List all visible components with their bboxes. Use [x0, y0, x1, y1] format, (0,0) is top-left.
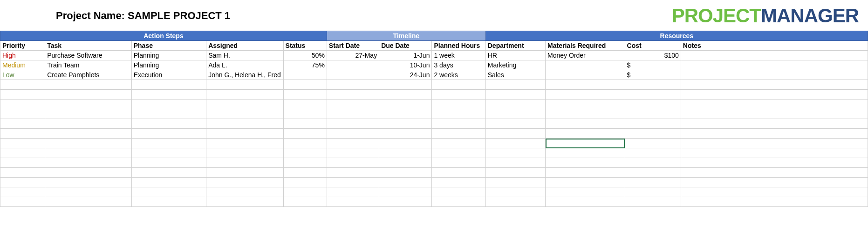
cell-task[interactable]: Train Team: [45, 60, 131, 70]
cell-empty[interactable]: [485, 178, 545, 187]
cell-empty[interactable]: [432, 197, 485, 207]
cell-empty[interactable]: [379, 129, 432, 139]
cell-empty[interactable]: [681, 148, 868, 158]
cell-empty[interactable]: [131, 187, 206, 197]
cell-empty[interactable]: [681, 197, 868, 207]
cell-empty[interactable]: [45, 129, 131, 139]
table-row[interactable]: [0, 100, 868, 109]
cell-empty[interactable]: [625, 139, 681, 148]
cell-empty[interactable]: [681, 168, 868, 178]
cell-empty[interactable]: [681, 109, 868, 119]
cell-empty[interactable]: [327, 129, 379, 139]
cell-empty[interactable]: [485, 119, 545, 129]
cell-empty[interactable]: [379, 168, 432, 178]
cell-status[interactable]: 75%: [283, 60, 327, 70]
cell-task[interactable]: Create Pamphlets: [45, 70, 131, 80]
cell-empty[interactable]: [283, 100, 327, 109]
cell-empty[interactable]: [131, 100, 206, 109]
cell-empty[interactable]: [327, 80, 379, 90]
cell-empty[interactable]: [45, 90, 131, 100]
cell-empty[interactable]: [546, 129, 625, 139]
cell-empty[interactable]: [546, 100, 625, 109]
col-task[interactable]: Task: [45, 41, 131, 51]
cell-empty[interactable]: [45, 80, 131, 90]
cell-empty[interactable]: [379, 109, 432, 119]
cell-cost[interactable]: $100: [625, 51, 681, 60]
cell-empty[interactable]: [283, 80, 327, 90]
cell-empty[interactable]: [206, 139, 283, 148]
cell-empty[interactable]: [283, 109, 327, 119]
cell-empty[interactable]: [546, 158, 625, 168]
cell-empty[interactable]: [432, 100, 485, 109]
cell-empty[interactable]: [485, 100, 545, 109]
cell-cost[interactable]: $: [625, 60, 681, 70]
cell-empty[interactable]: [432, 119, 485, 129]
cell-empty[interactable]: [546, 80, 625, 90]
cell-notes[interactable]: [681, 60, 868, 70]
cell-empty[interactable]: [0, 109, 45, 119]
cell-empty[interactable]: [0, 187, 45, 197]
cell-materials[interactable]: [546, 60, 625, 70]
cell-empty[interactable]: [206, 178, 283, 187]
cell-empty[interactable]: [485, 139, 545, 148]
cell-status[interactable]: 50%: [283, 51, 327, 60]
col-planned-hours[interactable]: Planned Hours: [432, 41, 485, 51]
cell-empty[interactable]: [485, 187, 545, 197]
cell-empty[interactable]: [131, 148, 206, 158]
cell-empty[interactable]: [546, 109, 625, 119]
cell-empty[interactable]: [131, 129, 206, 139]
col-cost[interactable]: Cost: [625, 41, 681, 51]
cell-empty[interactable]: [681, 139, 868, 148]
cell-empty[interactable]: [625, 129, 681, 139]
cell-empty[interactable]: [681, 100, 868, 109]
cell-empty[interactable]: [0, 148, 45, 158]
cell-empty[interactable]: [131, 178, 206, 187]
cell-empty[interactable]: [0, 168, 45, 178]
cell-empty[interactable]: [283, 178, 327, 187]
cell-planned_hours[interactable]: 1 week: [432, 51, 485, 60]
cell-empty[interactable]: [681, 119, 868, 129]
cell-task[interactable]: Purchase Software: [45, 51, 131, 60]
cell-department[interactable]: HR: [485, 51, 545, 60]
cell-phase[interactable]: Execution: [131, 70, 206, 80]
cell-empty[interactable]: [0, 80, 45, 90]
cell-empty[interactable]: [327, 109, 379, 119]
cell-empty[interactable]: [625, 119, 681, 129]
cell-empty[interactable]: [45, 139, 131, 148]
cell-due_date[interactable]: 1-Jun: [379, 51, 432, 60]
cell-empty[interactable]: [485, 168, 545, 178]
cell-empty[interactable]: [0, 139, 45, 148]
cell-empty[interactable]: [432, 80, 485, 90]
cell-department[interactable]: Sales: [485, 70, 545, 80]
cell-empty[interactable]: [432, 178, 485, 187]
table-row[interactable]: [0, 197, 868, 207]
cell-empty[interactable]: [45, 187, 131, 197]
cell-empty[interactable]: [131, 80, 206, 90]
cell-empty[interactable]: [546, 197, 625, 207]
cell-assigned[interactable]: Sam H.: [206, 51, 283, 60]
cell-empty[interactable]: [327, 139, 379, 148]
cell-empty[interactable]: [546, 178, 625, 187]
cell-empty[interactable]: [485, 109, 545, 119]
cell-due_date[interactable]: 10-Jun: [379, 60, 432, 70]
cell-empty[interactable]: [283, 168, 327, 178]
cell-empty[interactable]: [0, 100, 45, 109]
cell-empty[interactable]: [131, 109, 206, 119]
cell-empty[interactable]: [625, 178, 681, 187]
cell-empty[interactable]: [681, 90, 868, 100]
cell-empty[interactable]: [283, 158, 327, 168]
cell-phase[interactable]: Planning: [131, 51, 206, 60]
cell-empty[interactable]: [327, 178, 379, 187]
cell-empty[interactable]: [45, 158, 131, 168]
cell-priority[interactable]: High: [0, 51, 45, 60]
cell-empty[interactable]: [45, 197, 131, 207]
cell-empty[interactable]: [131, 197, 206, 207]
cell-empty[interactable]: [45, 178, 131, 187]
cell-empty[interactable]: [432, 90, 485, 100]
cell-empty[interactable]: [327, 197, 379, 207]
cell-empty[interactable]: [546, 90, 625, 100]
cell-empty[interactable]: [485, 90, 545, 100]
cell-start_date[interactable]: 27-May: [327, 51, 379, 60]
cell-empty[interactable]: [0, 178, 45, 187]
cell-assigned[interactable]: John G., Helena H., Fred P.: [206, 70, 283, 80]
